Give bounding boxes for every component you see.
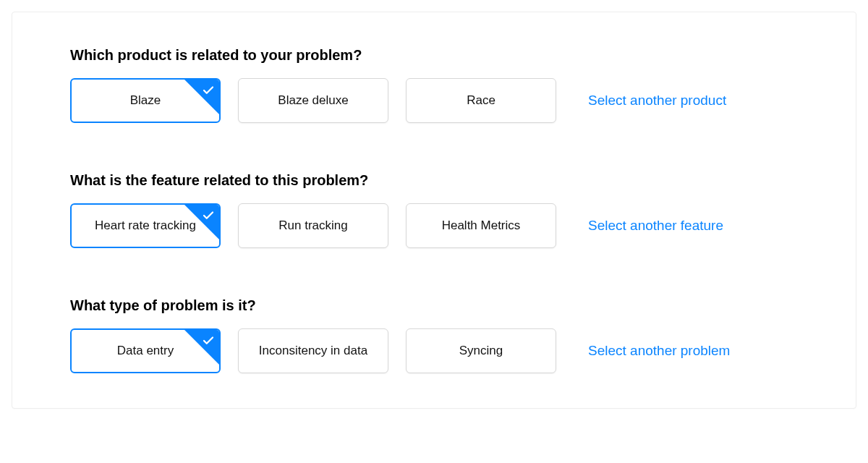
option-label: Syncing (459, 344, 503, 358)
option-problem-data-entry[interactable]: Data entry (70, 328, 221, 373)
option-label: Race (467, 93, 495, 108)
option-label: Run tracking (278, 218, 347, 233)
section-product-title: Which product is related to your problem… (70, 47, 798, 64)
section-product-row: Blaze Blaze deluxe Race Select another p… (70, 78, 798, 123)
section-problem-title: What type of problem is it? (70, 297, 798, 314)
section-product: Which product is related to your problem… (70, 47, 798, 123)
select-another-feature-link[interactable]: Select another feature (588, 218, 723, 234)
option-label: Blaze deluxe (278, 93, 348, 108)
form-card: Which product is related to your problem… (12, 12, 856, 409)
option-label: Heart rate tracking (95, 218, 196, 233)
section-feature-row: Heart rate tracking Run tracking Health … (70, 203, 798, 248)
option-feature-health-metrics[interactable]: Health Metrics (406, 203, 556, 248)
option-feature-run-tracking[interactable]: Run tracking (238, 203, 388, 248)
option-product-blaze[interactable]: Blaze (70, 78, 221, 123)
option-label: Health Metrics (442, 218, 521, 233)
section-feature-title: What is the feature related to this prob… (70, 172, 798, 189)
section-problem-row: Data entry Inconsitency in data Syncing … (70, 328, 798, 373)
option-label: Data entry (117, 344, 174, 358)
option-product-race[interactable]: Race (406, 78, 556, 123)
option-problem-syncing[interactable]: Syncing (406, 328, 556, 373)
check-icon (201, 83, 216, 98)
check-icon (201, 208, 216, 223)
option-product-blaze-deluxe[interactable]: Blaze deluxe (238, 78, 388, 123)
option-label: Inconsitency in data (259, 344, 367, 358)
option-label: Blaze (130, 93, 161, 108)
section-problem: What type of problem is it? Data entry I… (70, 297, 798, 373)
option-problem-inconsistency[interactable]: Inconsitency in data (238, 328, 388, 373)
check-icon (201, 334, 216, 348)
section-feature: What is the feature related to this prob… (70, 172, 798, 248)
select-another-problem-link[interactable]: Select another problem (588, 343, 730, 359)
select-another-product-link[interactable]: Select another product (588, 93, 726, 109)
option-feature-heart-rate[interactable]: Heart rate tracking (70, 203, 221, 248)
